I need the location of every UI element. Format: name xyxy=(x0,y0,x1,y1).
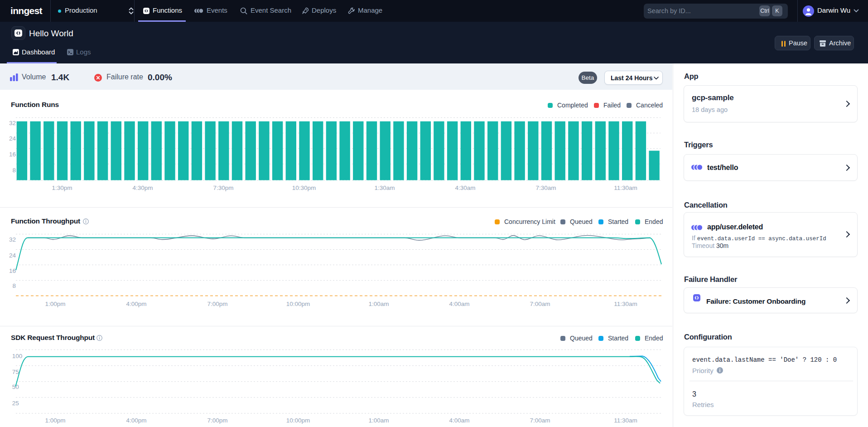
svg-text:7:30pm: 7:30pm xyxy=(213,184,233,191)
svg-text:24: 24 xyxy=(9,252,16,259)
svg-text:16: 16 xyxy=(9,267,16,274)
svg-text:4:30am: 4:30am xyxy=(455,184,475,191)
svg-text:8: 8 xyxy=(12,282,16,289)
svg-text:4:00pm: 4:00pm xyxy=(126,417,146,424)
svg-text:8: 8 xyxy=(12,167,16,174)
svg-text:16: 16 xyxy=(9,151,16,158)
svg-text:100: 100 xyxy=(12,353,23,359)
svg-text:24: 24 xyxy=(9,135,16,142)
svg-text:11:30am: 11:30am xyxy=(614,184,637,191)
svg-text:10:00pm: 10:00pm xyxy=(286,417,310,424)
svg-text:25: 25 xyxy=(12,400,19,407)
svg-text:75: 75 xyxy=(12,369,19,375)
svg-text:10:30pm: 10:30pm xyxy=(292,184,316,191)
svg-text:32: 32 xyxy=(9,236,16,243)
svg-text:7:00pm: 7:00pm xyxy=(207,417,227,424)
svg-text:1:00pm: 1:00pm xyxy=(45,417,65,424)
svg-text:11:30am: 11:30am xyxy=(614,301,637,307)
svg-text:10:00pm: 10:00pm xyxy=(286,301,310,307)
svg-text:1:00am: 1:00am xyxy=(368,417,389,424)
svg-text:7:00am: 7:00am xyxy=(530,417,550,424)
svg-text:11:30am: 11:30am xyxy=(614,417,637,424)
svg-text:4:00am: 4:00am xyxy=(449,301,469,307)
svg-text:7:00pm: 7:00pm xyxy=(207,301,227,307)
svg-text:32: 32 xyxy=(9,120,16,126)
svg-text:1:00am: 1:00am xyxy=(368,301,389,307)
svg-text:4:30pm: 4:30pm xyxy=(132,184,153,191)
svg-text:7:30am: 7:30am xyxy=(535,184,556,191)
svg-text:4:00pm: 4:00pm xyxy=(126,301,146,307)
svg-text:7:00am: 7:00am xyxy=(530,301,550,307)
svg-text:1:00pm: 1:00pm xyxy=(45,301,65,307)
svg-text:1:30am: 1:30am xyxy=(374,184,395,191)
svg-text:1:30pm: 1:30pm xyxy=(52,184,72,191)
svg-text:4:00am: 4:00am xyxy=(449,417,469,424)
